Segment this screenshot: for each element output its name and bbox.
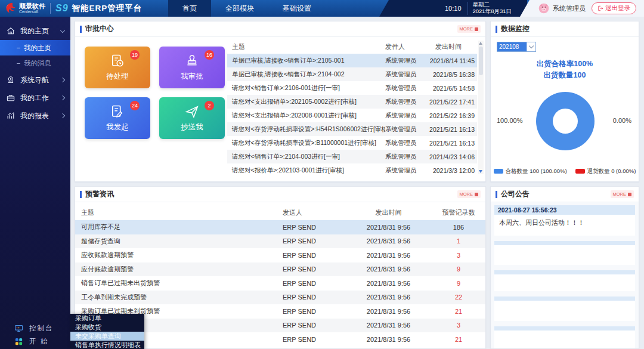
main-nav-tabs: 首页 全部模块 基础设置 — [168, 0, 326, 17]
more-icon — [475, 193, 478, 196]
tile-my-approvals[interactable]: 我审批 16 — [159, 47, 225, 88]
table-row[interactable]: 请您对<报价单>:202103-0001进行[审核]系统管理员2021/3/3 … — [227, 163, 477, 177]
chevron-right-icon — [60, 78, 65, 82]
console-icon — [14, 324, 23, 333]
table-row[interactable]: 请您对<支出报销单>:202008-0001进行[审核]系统管理员2021/5/… — [227, 109, 477, 122]
chart-legend: 合格数量 100 (100.00%) 退货数量 0 (0.00%) — [491, 168, 639, 175]
col-subject: 主题 — [75, 208, 283, 217]
logout-button[interactable]: 退出登录 — [592, 2, 636, 14]
stamp-icon — [184, 53, 200, 70]
col-alert-count: 预警记录数 — [432, 208, 485, 217]
donut-chart — [536, 92, 595, 150]
pass-rate-headline: 出货合格率100% — [491, 58, 639, 70]
tab-basic-settings[interactable]: 基础设置 — [268, 0, 326, 17]
sidebar: 我的主页 我的主页 我的消息 系统导航 我的工作 我的报表 — [0, 17, 70, 349]
notice-item[interactable]: 2021-08-27 15:56:23 本周六、周日公司活动！！！ — [494, 205, 635, 236]
approval-table: 主题 发件人 发出时间 单据已审核,请接收<销售订单>:2105-001系统管理… — [227, 39, 477, 177]
sidebar-item-my-home[interactable]: 我的主页 — [0, 22, 70, 40]
briefcase-icon — [6, 93, 16, 103]
tile-pending[interactable]: 待处理 19 — [85, 47, 150, 88]
table-row[interactable]: 请您对<存货浮动耗损率设置>:H54R1S006002进行[审核]系统管理员20… — [227, 122, 477, 136]
logout-icon — [597, 5, 603, 11]
table-row[interactable]: 可用库存不足ERP SEND2021/8/31 9:56186 — [75, 220, 485, 234]
table-row[interactable]: 工令单到期未完成预警ERP SEND2021/8/31 9:5622 — [75, 291, 485, 305]
table-scrollbar[interactable] — [478, 41, 484, 174]
cc-count-badge: 2 — [205, 101, 214, 110]
notice-content: 本周六、周日公司活动！！！ — [494, 215, 635, 236]
product-name: 智能ERP管理平台 — [72, 3, 143, 14]
tile-initiated-by-me[interactable]: 我发起 24 — [85, 97, 150, 139]
notice-more-button[interactable]: MORE — [611, 190, 634, 198]
chevron-down-icon — [529, 44, 534, 48]
start-menu: 采购订单 采购收货 未交采购单查询 销售单执行情况明细表 — [70, 314, 144, 349]
initiated-count-badge: 24 — [130, 101, 140, 110]
home-icon — [6, 26, 16, 36]
col-subject: 主题 — [227, 42, 385, 51]
donut-left-label: 100.00% — [497, 117, 522, 124]
notice-empty-item — [494, 297, 635, 321]
doc-clock-icon — [109, 53, 126, 70]
scroll-down-icon[interactable] — [479, 170, 482, 173]
table-row[interactable]: 销售订单已过期未出货预警ERP SEND2021/8/31 9:569 — [75, 276, 485, 291]
alerts-more-button[interactable]: MORE — [457, 190, 481, 198]
start-icon — [14, 337, 23, 346]
chevron-right-icon — [60, 113, 65, 118]
tab-home[interactable]: 首页 — [168, 0, 211, 17]
sidebar-subitem-my-messages[interactable]: 我的消息 — [0, 55, 70, 71]
chevron-right-icon — [60, 95, 65, 100]
table-row[interactable]: 单据已审核,请接收<销售订单>:2105-001系统管理员2021/8/14 1… — [227, 54, 477, 67]
sidebar-item-my-reports[interactable]: 我的报表 — [0, 107, 70, 125]
notice-empty-item — [494, 270, 635, 291]
table-row[interactable]: 超储存货查询ERP SEND2021/8/31 9:561 — [75, 234, 485, 249]
sidebar-item-system-nav[interactable]: 系统导航 — [0, 71, 70, 89]
col-send-time: 发出时间 — [422, 42, 477, 51]
table-row[interactable]: 应收账款逾期预警ERP SEND2021/8/31 9:563 — [75, 248, 485, 262]
table-row[interactable]: 请您对<销售订单>:2106-001进行[一审]系统管理员2021/6/5 14… — [227, 81, 477, 95]
my-approvals-count-badge: 16 — [205, 50, 214, 60]
legend-swatch-qualified — [494, 169, 503, 174]
current-user: 系统管理员 — [553, 4, 586, 13]
tile-cc-to-me[interactable]: 抄送我 2 — [159, 97, 225, 139]
table-row[interactable]: 请您对<支出报销单>:202105-0002进行[审核]系统管理员2021/5/… — [227, 95, 477, 109]
data-monitor-panel: 数据监控 202108 出货合格率100% 出货数量100 100.00% 0.… — [490, 21, 639, 182]
table-row[interactable]: 应付账款逾期预警ERP SEND2021/8/31 9:569 — [75, 262, 485, 277]
scroll-up-icon[interactable] — [479, 42, 482, 45]
sidebar-item-my-work[interactable]: 我的工作 — [0, 89, 70, 107]
period-select[interactable]: 202108 — [497, 42, 536, 52]
console-button[interactable]: 控制台 — [0, 322, 70, 335]
brand-divider — [50, 3, 51, 14]
scrollbar-thumb[interactable] — [479, 47, 483, 75]
legend-swatch-returned — [575, 169, 585, 174]
chevron-down-icon — [60, 27, 65, 32]
top-bar: 顺景软件 Centersoft S9 智能ERP管理平台 首页 全部模块 基础设… — [0, 0, 644, 17]
table-row[interactable]: 请您对<存货浮动耗损率设置>:B11000001进行[审核]系统管理员2021/… — [227, 136, 477, 150]
company-notice-panel: 公司公告 MORE 2021-08-27 15:56:23 本周六、周日公司活动… — [490, 186, 639, 349]
company-name-en: Centersoft — [19, 10, 45, 14]
notice-empty-item — [494, 326, 635, 348]
sidebar-subitem-my-home[interactable]: 我的主页 — [0, 40, 70, 55]
menu-item-purchase-receipt[interactable]: 采购收货 — [70, 323, 144, 332]
menu-item-open-purchase-query[interactable]: 未交采购单查询 — [70, 332, 144, 341]
notice-date: 2021-08-27 15:56:23 — [494, 205, 635, 215]
clock-section: 10:10 星期二 2021年8月31日 — [379, 0, 527, 17]
menu-item-purchase-order[interactable]: 采购订单 — [70, 314, 144, 323]
paper-plane-icon — [184, 104, 200, 121]
start-button[interactable]: 开 始 — [0, 335, 70, 348]
brand: 顺景软件 Centersoft S9 智能ERP管理平台 — [4, 0, 142, 17]
more-icon — [628, 193, 631, 196]
product-logo: S9 — [55, 3, 69, 14]
approval-center-panel: 审批中心 MORE 待处理 19 我审批 16 — [75, 21, 486, 182]
avatar[interactable] — [538, 2, 550, 14]
compass-icon — [6, 75, 16, 85]
approval-more-button[interactable]: MORE — [457, 25, 481, 33]
more-icon — [475, 27, 478, 31]
menu-item-sales-execution-report[interactable]: 销售单执行情况明细表 — [70, 341, 144, 349]
col-sender: 发送人 — [283, 208, 345, 217]
pending-count-badge: 19 — [130, 50, 140, 60]
table-row[interactable]: 请您对<销售订单>:2104-003进行[一审]系统管理员2021/4/23 1… — [227, 150, 477, 163]
table-row[interactable]: 单据已审核,请接收<销售订单>:2104-002系统管理员2021/8/5 16… — [227, 67, 477, 81]
report-icon — [6, 111, 16, 121]
user-section: 系统管理员 退出登录 — [520, 0, 644, 17]
tab-all-modules[interactable]: 全部模块 — [211, 0, 268, 17]
panel-title-alerts: 预警资讯 — [85, 189, 114, 199]
